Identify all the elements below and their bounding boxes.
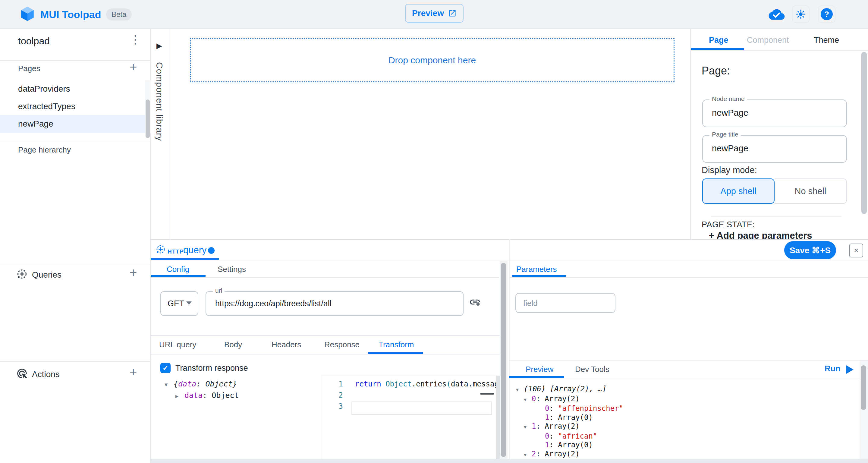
tree-expand-icon[interactable]: ▼ (516, 385, 524, 395)
sidebar-item-extractedtypes[interactable]: extractedTypes (0, 98, 145, 115)
tab-parameters[interactable]: Parameters (516, 265, 557, 274)
external-link-icon (448, 9, 457, 18)
tab-theme[interactable]: Theme (814, 36, 839, 45)
add-action-button[interactable]: + (130, 366, 137, 379)
tree-row: 0: "african" (509, 432, 852, 441)
parameter-name-input[interactable] (523, 294, 608, 313)
schema-segment: { (174, 379, 178, 388)
code-token: Object (385, 380, 412, 388)
editor-scrollbar[interactable] (496, 376, 500, 459)
component-library-expand-icon[interactable]: ▶ (156, 41, 162, 50)
sidebar-item-dataproviders[interactable]: dataProviders (0, 80, 145, 98)
preview-active-tab-indicator (509, 376, 564, 378)
tree-expand-icon[interactable]: ▼ (164, 379, 174, 390)
query-tab-name[interactable]: query (183, 245, 207, 256)
query-tab-protocol[interactable]: HTTP (167, 248, 184, 255)
tree-segment: 0 (545, 404, 549, 413)
tab-transform[interactable]: Transform (378, 340, 414, 349)
display-mode-option-no-shell[interactable]: No shell (775, 179, 847, 204)
sidebar-item-newpage[interactable]: newPage (0, 115, 145, 133)
url-input-label: url (213, 287, 224, 294)
tree-segment: : Array(0) (549, 413, 593, 422)
beta-badge: Beta (106, 8, 132, 21)
tree-segment: "african" (558, 432, 597, 440)
subtab-active-indicator (368, 352, 423, 354)
mui-toolpad-logo-icon (19, 6, 36, 22)
status-strip (151, 459, 868, 463)
theme-toggle-button[interactable] (792, 5, 809, 23)
tab-page[interactable]: Page (709, 36, 728, 45)
line-number: 1 (331, 380, 343, 388)
transform-response-label: Transform response (176, 364, 248, 373)
help-icon: ? (821, 8, 833, 20)
display-mode-label: Display mode: (702, 165, 757, 175)
tree-expand-icon[interactable]: ▼ (524, 396, 532, 404)
add-page-button[interactable]: + (130, 61, 137, 73)
tree-segment: : (549, 432, 558, 440)
tree-segment: 2 (532, 450, 536, 458)
page-heading: Page: (702, 64, 730, 77)
add-binding-link-icon[interactable] (469, 296, 481, 308)
close-icon: × (854, 246, 859, 255)
config-scrollbar-thumb[interactable] (501, 263, 506, 457)
display-mode-toggle-group: App shellNo shell (702, 179, 847, 204)
schema-segment: data (184, 391, 203, 400)
tree-expand-icon[interactable]: ▶ (176, 391, 184, 402)
tree-segment: : Array(0) (549, 441, 593, 449)
help-button[interactable]: ? (818, 5, 835, 23)
run-button[interactable]: Run (825, 364, 840, 373)
tab-preview[interactable]: Preview (526, 365, 553, 374)
http-method-value: GET (167, 299, 184, 308)
code-token: ( (446, 380, 451, 388)
close-query-panel-button[interactable]: × (849, 244, 863, 257)
node-name-label: Node name (710, 95, 747, 102)
tab-body[interactable]: Body (224, 340, 242, 349)
line-number: 3 (331, 402, 343, 410)
transform-response-checkbox[interactable]: ✓ (160, 363, 170, 373)
tab-response[interactable]: Response (324, 340, 360, 349)
play-icon[interactable] (846, 365, 854, 374)
tab-dev-tools[interactable]: Dev Tools (575, 365, 610, 374)
code-token: data.messag (451, 380, 496, 388)
save-button[interactable]: Save ⌘+S (784, 241, 836, 259)
tab-headers[interactable]: Headers (272, 340, 301, 349)
preview-button[interactable]: Preview (405, 4, 464, 23)
add-page-parameters-button[interactable]: + Add page parameters (709, 230, 850, 239)
add-query-button[interactable]: + (130, 267, 137, 279)
pages-list: dataProvidersextractedTypesnewPage (0, 80, 145, 133)
tab-component[interactable]: Component (747, 36, 789, 45)
actions-section-label: Actions (32, 370, 60, 379)
tree-expand-icon[interactable]: ▼ (524, 451, 532, 459)
unsaved-changes-dot (208, 247, 215, 254)
page-state-label: PAGE STATE: (702, 220, 755, 229)
tree-row: ▼0: Array(2) (509, 395, 852, 404)
tab-settings[interactable]: Settings (218, 265, 246, 274)
query-tab-icon (156, 244, 166, 254)
tree-row: 1: Array(0) (509, 413, 852, 422)
query-result-tree: ▼(106) [Array(2), …]▼0: Array(2)0: "affe… (509, 379, 852, 459)
preview-scrollbar-thumb[interactable] (861, 365, 866, 410)
tree-segment: 1 (545, 413, 549, 422)
schema-segment: data (178, 379, 196, 388)
url-input-value: https://dog.ceo/api/breeds/list/all (215, 299, 332, 308)
actions-icon (16, 368, 28, 379)
tree-segment: 0 (545, 432, 549, 440)
canvas-dropzone[interactable]: Drop component here (190, 38, 675, 82)
schema-segment: : Object} (196, 379, 237, 388)
pages-scrollbar-thumb[interactable] (146, 99, 150, 138)
code-token: return (355, 380, 385, 388)
tree-segment: "affenpinscher" (558, 404, 623, 413)
inspector-scrollbar-thumb[interactable] (861, 52, 867, 214)
tab-url-query[interactable]: URL query (159, 340, 196, 349)
tree-segment: (106) [Array(2), …] (524, 384, 607, 393)
display-mode-option-app-shell[interactable]: App shell (702, 179, 775, 204)
project-menu-kebab-icon[interactable]: ⋮ (130, 34, 141, 45)
transform-code-editor[interactable]: 123 return Object.entries(data.messag (321, 376, 496, 459)
config-active-tab-indicator (151, 275, 206, 277)
tree-expand-icon[interactable]: ▼ (524, 423, 532, 432)
inspector-active-tab-indicator (691, 48, 744, 50)
chevron-down-icon (186, 302, 192, 305)
tab-config[interactable]: Config (167, 265, 189, 274)
tree-segment: : Array(2) (536, 395, 580, 403)
preview-button-label: Preview (412, 8, 444, 18)
